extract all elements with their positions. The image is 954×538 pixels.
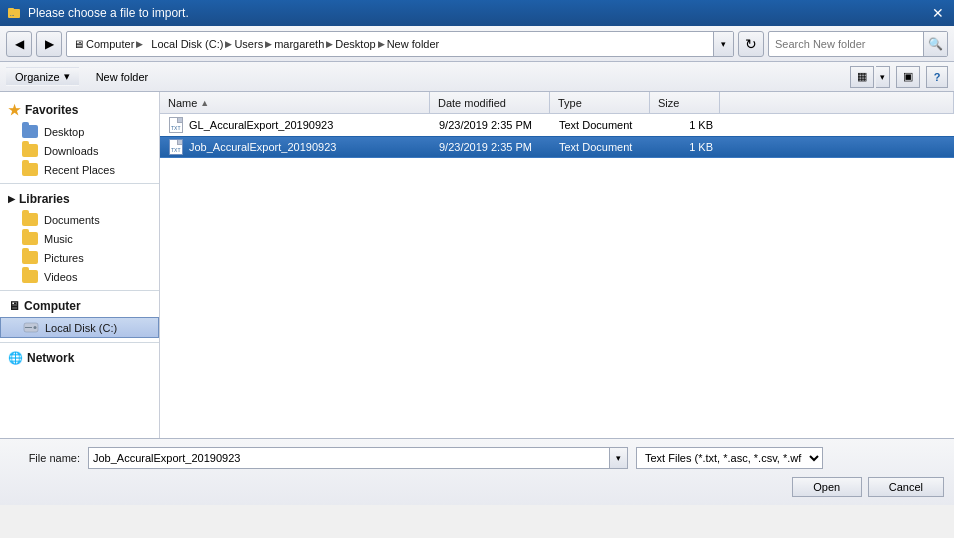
sidebar-item-desktop[interactable]: Desktop: [0, 122, 159, 141]
filetype-select[interactable]: Text Files (*.txt, *.asc, *.csv, *.wf: [636, 447, 823, 469]
sidebar-divider-2: [0, 290, 159, 291]
organize-arrow-icon: ▾: [64, 70, 70, 83]
breadcrumb-localdisk[interactable]: Local Disk (C:) ▶: [151, 38, 232, 50]
breadcrumb-computer[interactable]: 🖥 Computer ▶: [73, 38, 143, 50]
action-buttons-row: Open Cancel: [10, 477, 944, 497]
file-name-1: GL_AccuralExport_20190923: [189, 119, 333, 131]
sidebar-item-music[interactable]: Music: [0, 229, 159, 248]
bottom-area: File name: ▾ Text Files (*.txt, *.asc, *…: [0, 438, 954, 505]
recent-folder-icon: [22, 163, 38, 176]
organize-label: Organize: [15, 71, 60, 83]
filename-input[interactable]: [88, 447, 610, 469]
sidebar-item-documents-label: Documents: [44, 214, 100, 226]
filetype-select-wrap: Text Files (*.txt, *.asc, *.csv, *.wf: [636, 447, 823, 469]
favorites-icon: ★: [8, 102, 21, 118]
breadcrumb-user[interactable]: margareth ▶: [274, 38, 333, 50]
column-header-name[interactable]: Name ▲: [160, 92, 430, 113]
title-bar-text: Please choose a file to import.: [28, 6, 189, 20]
column-header-rest: [720, 92, 954, 113]
search-input[interactable]: [769, 38, 923, 50]
file-date-cell-2: 9/23/2019 2:35 PM: [431, 141, 551, 153]
file-type-cell-2: Text Document: [551, 141, 651, 153]
preview-pane-button[interactable]: ▣: [896, 66, 920, 88]
sidebar-item-pictures[interactable]: Pictures: [0, 248, 159, 267]
network-icon: 🌐: [8, 351, 23, 365]
file-name-cell-1: GL_AccuralExport_20190923: [161, 117, 431, 133]
documents-folder-icon: [22, 213, 38, 226]
sidebar-item-downloads[interactable]: Downloads: [0, 141, 159, 160]
file-list-header: Name ▲ Date modified Type Size: [160, 92, 954, 114]
secondary-toolbar: Organize ▾ New folder ▦ ▾ ▣ ?: [0, 62, 954, 92]
music-folder-icon: [22, 232, 38, 245]
column-name-label: Name: [168, 97, 197, 109]
filename-input-wrap: ▾: [88, 447, 628, 469]
refresh-button[interactable]: ↻: [738, 31, 764, 57]
txt-file-icon-2: [169, 139, 183, 155]
table-row[interactable]: GL_AccuralExport_20190923 9/23/2019 2:35…: [160, 114, 954, 136]
cancel-button[interactable]: Cancel: [868, 477, 944, 497]
svg-point-4: [34, 326, 37, 329]
search-button[interactable]: 🔍: [923, 32, 947, 56]
computer-icon: 🖥: [73, 38, 84, 50]
breadcrumb-arrow-0[interactable]: ▶: [136, 39, 143, 49]
sidebar-item-music-label: Music: [44, 233, 73, 245]
close-button[interactable]: ✕: [928, 5, 948, 21]
txt-file-icon-1: [169, 117, 183, 133]
breadcrumb-desktop[interactable]: Desktop ▶: [335, 38, 384, 50]
filename-label: File name:: [10, 452, 80, 464]
help-button[interactable]: ?: [926, 66, 948, 88]
filename-row: File name: ▾ Text Files (*.txt, *.asc, *…: [10, 447, 944, 469]
breadcrumb-arrow-1[interactable]: ▶: [225, 39, 232, 49]
pictures-folder-icon: [22, 251, 38, 264]
view-icon: ▦: [857, 70, 867, 83]
sidebar-item-documents[interactable]: Documents: [0, 210, 159, 229]
breadcrumb-newfolder[interactable]: New folder: [387, 38, 440, 50]
table-row[interactable]: Job_AccuralExport_20190923 9/23/2019 2:3…: [160, 136, 954, 158]
breadcrumb-arrow-3[interactable]: ▶: [326, 39, 333, 49]
sidebar-section-libraries[interactable]: ▶ Libraries: [0, 188, 159, 210]
title-bar-left: ... Please choose a file to import.: [6, 5, 189, 21]
file-list: Name ▲ Date modified Type Size GL_Accura…: [160, 92, 954, 438]
column-header-date[interactable]: Date modified: [430, 92, 550, 113]
view-toggle-button[interactable]: ▦: [850, 66, 874, 88]
breadcrumb-users[interactable]: Users ▶: [234, 38, 272, 50]
sidebar-section-computer[interactable]: 🖥 Computer: [0, 295, 159, 317]
sidebar-section-favorites[interactable]: ★ Favorites: [0, 98, 159, 122]
view-dropdown-button[interactable]: ▾: [876, 66, 890, 88]
file-type-cell-1: Text Document: [551, 119, 651, 131]
filename-dropdown-button[interactable]: ▾: [610, 447, 628, 469]
new-folder-button[interactable]: New folder: [87, 68, 158, 86]
open-button[interactable]: Open: [792, 477, 862, 497]
sidebar-divider-3: [0, 342, 159, 343]
sidebar-item-videos-label: Videos: [44, 271, 77, 283]
search-box[interactable]: 🔍: [768, 31, 948, 57]
column-header-type[interactable]: Type: [550, 92, 650, 113]
network-label: Network: [27, 351, 74, 365]
app-icon: ...: [6, 5, 22, 21]
desktop-folder-icon: [22, 125, 38, 138]
column-type-label: Type: [558, 97, 582, 109]
address-dropdown-button[interactable]: ▾: [713, 32, 733, 56]
breadcrumb-arrow-4[interactable]: ▶: [378, 39, 385, 49]
favorites-label: Favorites: [25, 103, 78, 117]
column-size-label: Size: [658, 97, 679, 109]
main-toolbar: ◀ ▶ 🖥 Computer ▶ Local Disk (C:) ▶ Users…: [0, 26, 954, 62]
back-button[interactable]: ◀: [6, 31, 32, 57]
svg-text:...: ...: [10, 11, 15, 17]
file-name-cell-2: Job_AccuralExport_20190923: [161, 139, 431, 155]
organize-button[interactable]: Organize ▾: [6, 67, 79, 86]
title-bar: ... Please choose a file to import. ✕: [0, 0, 954, 26]
sidebar-item-downloads-label: Downloads: [44, 145, 98, 157]
address-bar[interactable]: 🖥 Computer ▶ Local Disk (C:) ▶ Users ▶ m…: [66, 31, 734, 57]
sidebar-item-localdisk[interactable]: Local Disk (C:): [0, 317, 159, 338]
sidebar-section-network[interactable]: 🌐 Network: [0, 347, 159, 369]
forward-button[interactable]: ▶: [36, 31, 62, 57]
column-header-size[interactable]: Size: [650, 92, 720, 113]
sidebar-item-recent-places[interactable]: Recent Places: [0, 160, 159, 179]
expand-libraries-icon: ▶: [8, 194, 15, 204]
breadcrumb-arrow-2[interactable]: ▶: [265, 39, 272, 49]
sidebar-item-videos[interactable]: Videos: [0, 267, 159, 286]
column-date-label: Date modified: [438, 97, 506, 109]
sidebar-item-desktop-label: Desktop: [44, 126, 84, 138]
breadcrumb: 🖥 Computer ▶ Local Disk (C:) ▶ Users ▶ m…: [67, 38, 713, 50]
